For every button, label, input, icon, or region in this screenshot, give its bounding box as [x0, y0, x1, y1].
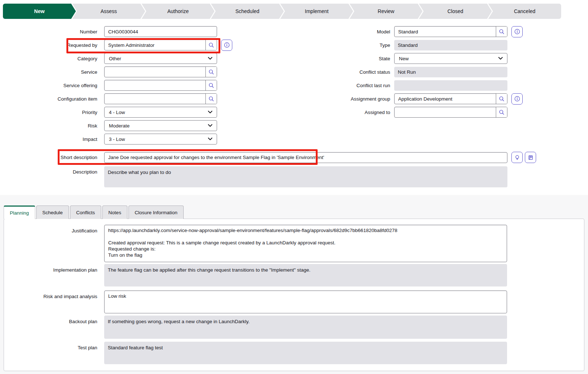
number-label: Number — [0, 29, 97, 34]
field-row-model: Model — [294, 26, 588, 37]
assigned-to-field — [394, 107, 507, 118]
priority-select[interactable]: 4 - Low — [104, 107, 217, 118]
change-request-form: New Assess Authorize Scheduled Implement… — [0, 0, 588, 374]
category-select[interactable]: Other — [104, 53, 217, 64]
info-circle-icon — [224, 42, 230, 48]
field-row-type: Type Standard — [294, 40, 588, 50]
stage-scheduled: Scheduled — [211, 4, 284, 19]
tab-notes[interactable]: Notes — [102, 206, 127, 219]
field-row-description: Description Describe what you plan to do — [0, 166, 507, 187]
magnifier-icon — [499, 29, 505, 34]
state-label: State — [294, 56, 390, 61]
model-lookup-button[interactable] — [496, 27, 507, 37]
impact-select[interactable]: 3 - Low — [104, 134, 217, 145]
requested-by-input[interactable] — [105, 40, 205, 50]
service-offering-label: Service offering — [0, 83, 97, 88]
tab-closure-information[interactable]: Closure Information — [128, 206, 184, 219]
tab-conflicts[interactable]: Conflicts — [70, 206, 101, 219]
assigned-to-input[interactable] — [395, 107, 496, 117]
justification-label: Justification — [0, 225, 97, 233]
field-row-state: State New — [294, 53, 588, 64]
requested-by-lookup-button[interactable] — [205, 40, 217, 50]
configuration-item-field — [104, 93, 217, 104]
short-description-input[interactable] — [105, 153, 507, 163]
service-lookup-button[interactable] — [205, 67, 217, 77]
implementation-plan-textarea: The feature flag can be applied after th… — [104, 264, 507, 286]
priority-value: 4 - Low — [109, 110, 208, 115]
magnifier-icon — [208, 82, 214, 88]
field-row-priority: Priority 4 - Low — [0, 107, 294, 118]
conflict-last-run-label: Conflict last run — [294, 83, 390, 88]
service-label: Service — [0, 69, 97, 75]
field-row-number: Number — [0, 26, 294, 37]
short-description-label: Short description — [0, 155, 97, 160]
number-input[interactable] — [105, 27, 217, 37]
magnifier-icon — [208, 69, 214, 75]
field-row-short-description: Short description — [0, 152, 536, 163]
stage-new: New — [3, 4, 76, 19]
state-select[interactable]: New — [394, 53, 507, 64]
assigned-to-label: Assigned to — [294, 110, 390, 115]
stage-implement: Implement — [280, 4, 353, 19]
stage-review: Review — [350, 4, 422, 19]
info-circle-icon — [514, 96, 520, 102]
field-row-impact: Impact 3 - Low — [0, 134, 294, 145]
knowledge-search-button[interactable] — [525, 152, 536, 163]
chevron-down-icon — [208, 138, 212, 141]
model-label: Model — [294, 29, 390, 34]
risk-impact-analysis-textarea[interactable]: Low risk — [104, 290, 507, 313]
configuration-item-label: Configuration item — [0, 96, 97, 102]
tab-schedule[interactable]: Schedule — [36, 206, 69, 219]
book-icon — [528, 155, 534, 160]
field-row-assigned-to: Assigned to — [294, 107, 588, 118]
model-field — [394, 26, 507, 37]
assignment-group-lookup-button[interactable] — [496, 94, 507, 104]
model-input[interactable] — [395, 27, 496, 37]
category-value: Other — [109, 56, 208, 61]
model-info-button[interactable] — [511, 26, 523, 37]
implementation-plan-label: Implementation plan — [0, 264, 97, 273]
backout-plan-label: Backout plan — [0, 316, 97, 324]
tab-bar: Planning Schedule Conflicts Notes Closur… — [4, 206, 185, 219]
magnifier-icon — [499, 109, 505, 115]
suggestion-lightbulb-button[interactable] — [511, 152, 523, 163]
assignment-group-info-button[interactable] — [511, 93, 523, 105]
justification-textarea[interactable]: https://app.launchdarkly.com/service-now… — [104, 225, 507, 262]
field-row-conflict-status: Conflict status Not Run — [294, 66, 588, 77]
configuration-item-lookup-button[interactable] — [205, 94, 217, 104]
assignment-group-label: Assignment group — [294, 96, 390, 102]
number-field — [104, 26, 217, 37]
assigned-to-lookup-button[interactable] — [496, 107, 507, 117]
conflict-status-readonly-field: Not Run — [394, 67, 507, 77]
service-offering-field — [104, 80, 217, 91]
stage-canceled: Canceled — [488, 4, 561, 19]
backout-plan-textarea: If something goes wrong, request a new c… — [104, 316, 507, 339]
description-textarea: Describe what you plan to do — [104, 166, 507, 187]
lightbulb-icon — [514, 155, 520, 160]
risk-impact-analysis-label: Risk and impact analysis — [0, 290, 97, 299]
chevron-down-icon — [208, 111, 212, 114]
field-row-service: Service — [0, 66, 294, 77]
conflict-status-label: Conflict status — [294, 69, 390, 75]
service-offering-input[interactable] — [105, 80, 205, 90]
field-row-conflict-last-run: Conflict last run — [294, 80, 588, 91]
field-row-backout-plan: Backout plan If something goes wrong, re… — [0, 316, 507, 339]
risk-select[interactable]: Moderate — [104, 120, 217, 131]
tab-planning[interactable]: Planning — [4, 206, 35, 219]
configuration-item-input[interactable] — [105, 94, 205, 104]
field-row-category: Category Other — [0, 53, 294, 64]
requested-by-label: Requested by — [0, 42, 97, 48]
requested-by-info-button[interactable] — [221, 40, 232, 51]
field-row-configuration-item: Configuration item — [0, 93, 294, 104]
field-row-justification: Justification https://app.launchdarkly.c… — [0, 225, 507, 262]
field-row-requested-by: Requested by — [0, 40, 294, 50]
service-input[interactable] — [105, 67, 205, 77]
conflict-last-run-readonly-field — [394, 80, 507, 91]
priority-label: Priority — [0, 110, 97, 115]
chevron-down-icon — [208, 57, 212, 60]
assignment-group-field — [394, 93, 507, 104]
magnifier-icon — [208, 96, 214, 102]
assignment-group-input[interactable] — [395, 94, 496, 104]
field-row-service-offering: Service offering — [0, 80, 294, 91]
service-offering-lookup-button[interactable] — [205, 80, 217, 90]
